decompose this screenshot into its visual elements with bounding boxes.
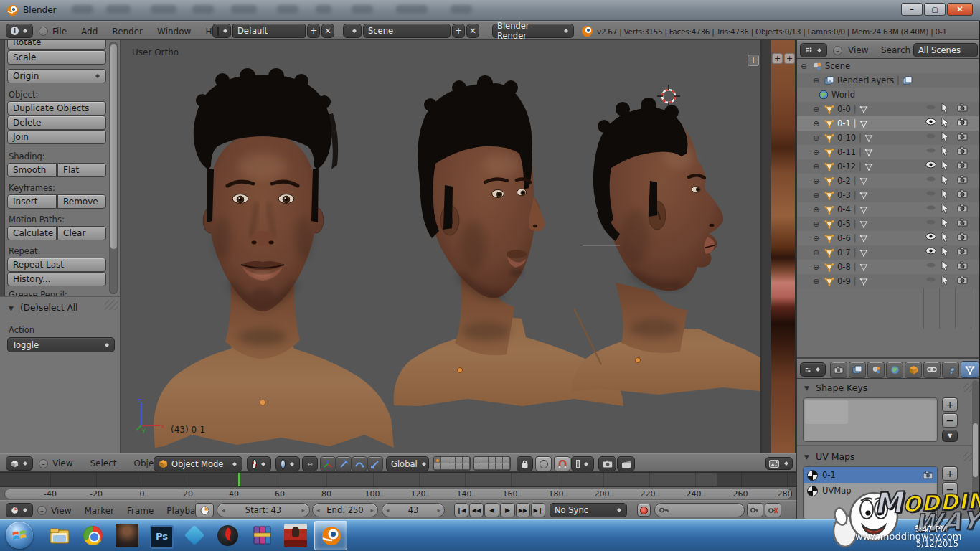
outliner-row-object[interactable]: ⊕ 0-5 | bbox=[797, 217, 980, 231]
header-collapse-icon[interactable]: – bbox=[37, 506, 47, 515]
camera-icon[interactable] bbox=[923, 471, 933, 479]
outliner-row-object[interactable]: ⊕ 0-2 | bbox=[797, 174, 980, 188]
stepper-right-icon[interactable]: ▸ bbox=[301, 507, 305, 514]
selectability-toggle[interactable] bbox=[941, 232, 953, 244]
timeline-playhead[interactable] bbox=[238, 473, 240, 486]
shape-key-specials-button[interactable]: ▼ bbox=[942, 430, 958, 442]
tab-modifiers[interactable] bbox=[942, 362, 959, 378]
timeline-canvas[interactable] bbox=[0, 473, 796, 486]
taskbar-item-photoshop[interactable]: Ps bbox=[146, 522, 176, 549]
prev-keyframe-button[interactable]: ◀◀ bbox=[469, 503, 484, 517]
uv-map-remove-button[interactable]: − bbox=[942, 482, 958, 496]
selectability-toggle[interactable] bbox=[941, 204, 953, 215]
frame-start-field[interactable]: ◂ Start: 43 ▸ bbox=[217, 503, 310, 517]
tool-shelf-scrollbar[interactable] bbox=[109, 42, 118, 294]
minimize-button[interactable]: – bbox=[901, 3, 923, 16]
image-editor-strip[interactable]: + + bbox=[762, 40, 796, 453]
maximize-button[interactable]: ▢ bbox=[924, 3, 946, 16]
manipulator-scale-button[interactable] bbox=[367, 456, 383, 471]
render-toggle[interactable] bbox=[957, 118, 969, 129]
delete-button[interactable]: Delete bbox=[7, 116, 106, 130]
visibility-toggle[interactable] bbox=[925, 146, 937, 158]
outliner-row-object[interactable]: ⊕ 0-7 | bbox=[797, 245, 980, 260]
viewport-editor-type-button[interactable] bbox=[6, 456, 33, 471]
snap-element-select[interactable] bbox=[571, 456, 594, 471]
manipulator-rotate-button[interactable] bbox=[352, 456, 367, 471]
info-editor-type-button[interactable]: i bbox=[6, 24, 33, 38]
repeat-last-button[interactable]: Repeat Last bbox=[7, 258, 106, 272]
jump-to-start-button[interactable]: ❙◀ bbox=[454, 503, 468, 517]
frame-end-field[interactable]: ◂ End: 250 ▸ bbox=[312, 503, 378, 517]
selectability-toggle[interactable] bbox=[941, 132, 953, 143]
taskbar-item-explorer[interactable] bbox=[44, 522, 75, 549]
render-toggle[interactable] bbox=[957, 146, 969, 158]
smooth-button[interactable]: Smooth bbox=[7, 163, 57, 177]
shape-keys-list[interactable] bbox=[803, 397, 938, 442]
scene-icon-button[interactable] bbox=[343, 24, 362, 38]
insert-keyframe-button[interactable]: Insert bbox=[7, 194, 57, 209]
menu-select[interactable]: Select bbox=[86, 454, 120, 473]
stepper-left-icon[interactable]: ◂ bbox=[386, 507, 390, 514]
history-button[interactable]: History... bbox=[7, 272, 106, 286]
manipulator-toggle-button[interactable]: ⇿ bbox=[302, 456, 318, 471]
render-toggle[interactable] bbox=[957, 103, 969, 115]
shape-key-add-button[interactable]: + bbox=[942, 397, 958, 412]
render-toggle[interactable] bbox=[957, 161, 969, 172]
layout-add-button[interactable]: + bbox=[307, 24, 320, 38]
outliner-row-object-selected[interactable]: ⊕ 0-1 | bbox=[797, 116, 980, 131]
header-collapse-icon[interactable]: – bbox=[39, 459, 48, 468]
expand-region-button[interactable]: + bbox=[772, 53, 783, 64]
scene-add-button[interactable]: + bbox=[452, 24, 465, 38]
outliner-row-world[interactable]: World bbox=[797, 88, 980, 102]
play-button[interactable]: ▶ bbox=[500, 503, 515, 517]
taskbar-item-chrome[interactable] bbox=[78, 522, 108, 549]
visibility-toggle[interactable] bbox=[925, 276, 937, 287]
record-button[interactable] bbox=[637, 504, 651, 517]
render-toggle[interactable] bbox=[957, 261, 969, 273]
taskbar-item-photo2[interactable] bbox=[281, 522, 311, 549]
visibility-toggle[interactable] bbox=[925, 132, 937, 143]
screen-layout-icon-button[interactable] bbox=[212, 24, 231, 38]
layers-grid-2[interactable] bbox=[473, 456, 511, 471]
scene-name-field[interactable]: Scene bbox=[363, 24, 451, 38]
panel-collapse-arrow-icon[interactable]: ▼ bbox=[804, 453, 809, 461]
outliner-row-object[interactable]: ⊕ 0-0 | bbox=[797, 102, 980, 116]
expand-region-button[interactable]: + bbox=[748, 55, 759, 66]
timeline-ruler[interactable]: -40-20 020 4060 80100 120140 160180 2002… bbox=[0, 486, 796, 500]
render-opengl-anim-button[interactable] bbox=[617, 456, 635, 471]
selectability-toggle[interactable] bbox=[941, 189, 953, 201]
stepper-right-icon[interactable]: ▸ bbox=[437, 507, 440, 514]
tab-render-layers[interactable] bbox=[849, 362, 866, 378]
mode-select[interactable]: Object Mode bbox=[154, 456, 242, 471]
current-frame-field[interactable]: ◂ 43 ▸ bbox=[382, 503, 445, 517]
outliner-row-scene[interactable]: ⊖ Scene bbox=[797, 59, 980, 73]
outliner-row-object[interactable]: ⊕ 0-11 | bbox=[797, 145, 980, 159]
renderlayer-icon[interactable] bbox=[903, 76, 913, 85]
layout-delete-button[interactable]: ✕ bbox=[321, 24, 334, 38]
render-toggle[interactable] bbox=[957, 232, 969, 244]
layers-grid-1[interactable] bbox=[433, 456, 471, 471]
play-reverse-button[interactable]: ◀ bbox=[484, 503, 499, 517]
outliner-row-renderlayers[interactable]: ⊕ RenderLayers | bbox=[797, 73, 980, 88]
preview-range-button[interactable] bbox=[195, 503, 214, 517]
outliner-row-object[interactable]: ⊕ 0-9 | bbox=[797, 274, 980, 288]
menu-view[interactable]: View bbox=[47, 501, 75, 520]
duplicate-objects-button[interactable]: Duplicate Objects bbox=[7, 101, 106, 116]
outliner-row-object[interactable]: ⊕ 0-10 | bbox=[797, 131, 980, 145]
render-opengl-button[interactable] bbox=[598, 456, 616, 471]
uv-map-add-button[interactable]: + bbox=[942, 466, 958, 481]
visibility-toggle[interactable] bbox=[925, 232, 937, 244]
visibility-toggle[interactable] bbox=[925, 175, 937, 187]
ruler-scrollbar-pill[interactable] bbox=[4, 489, 792, 499]
image-editor-type-button[interactable] bbox=[765, 457, 793, 470]
menu-marker[interactable]: Marker bbox=[80, 501, 117, 520]
remove-keyframe-button[interactable]: Remove bbox=[57, 194, 106, 209]
stepper-right-icon[interactable]: ▸ bbox=[370, 507, 374, 514]
next-keyframe-button[interactable]: ▶▶ bbox=[516, 503, 530, 517]
viewport-shading-select[interactable] bbox=[247, 456, 271, 471]
origin-button[interactable]: Origin bbox=[7, 69, 106, 83]
menu-view[interactable]: View bbox=[844, 41, 872, 60]
selectability-toggle[interactable] bbox=[941, 161, 953, 172]
transform-orientation-select[interactable]: Global bbox=[386, 456, 429, 471]
tab-constraints[interactable] bbox=[923, 362, 941, 378]
